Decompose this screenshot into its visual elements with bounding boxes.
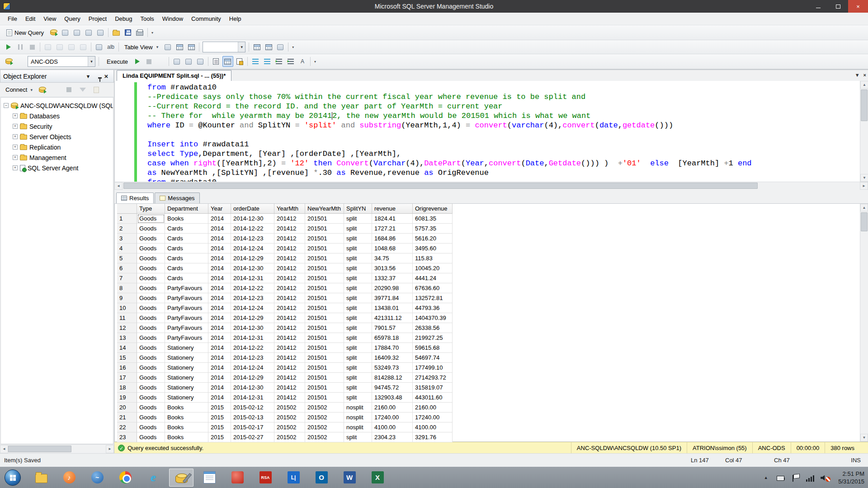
grid-cell[interactable]: Goods (137, 293, 165, 303)
grid-cell[interactable]: 2014-12-24 (231, 303, 274, 313)
code-line[interactable]: case when right([YearMth],2) = '12' then… (115, 159, 860, 168)
object-explorer-hscrollbar[interactable]: ◄ ► (0, 444, 114, 453)
grid-cell[interactable]: 2014 (208, 283, 231, 293)
grid-cell[interactable]: nosplit (344, 413, 372, 422)
grid-cell[interactable]: 2014 (208, 224, 231, 234)
grid-cell[interactable]: 2014 (208, 343, 231, 353)
row-header[interactable]: 22 (117, 422, 137, 432)
grid-cell[interactable]: 132572.81 (413, 293, 453, 303)
step-out-icon[interactable] (78, 42, 89, 52)
toolbar-overflow-icon[interactable]: ▾ (151, 32, 153, 34)
tree-expander-icon[interactable]: + (13, 155, 18, 160)
menu-file[interactable]: File (4, 14, 21, 24)
grid-cell[interactable]: 94745.72 (372, 383, 413, 393)
code-line[interactable]: --Predicate says only those 70% within t… (115, 92, 860, 102)
grid-cell[interactable]: Stationery (165, 363, 208, 373)
grid-cell[interactable]: 201412 (274, 393, 305, 403)
grid-cell[interactable]: 2014 (208, 273, 231, 283)
estimated-plan-icon[interactable] (171, 56, 182, 67)
grid-cell[interactable]: split (344, 343, 372, 353)
grid-cell[interactable]: 201501 (305, 363, 344, 373)
grid-cell[interactable]: 2160.00 (413, 403, 453, 413)
connect-button[interactable]: Connect ▾ (3, 85, 35, 94)
scrollbar-thumb[interactable] (861, 89, 868, 121)
grid-cell[interactable]: 201502 (305, 413, 344, 422)
grid-cell[interactable]: 1332.37 (372, 273, 413, 283)
grid-cell[interactable]: 201502 (305, 432, 344, 442)
grid-cell[interactable]: 2014-12-29 (231, 313, 274, 323)
grid-cell[interactable]: 2015 (208, 432, 231, 442)
grid-cell[interactable]: 201412 (274, 333, 305, 343)
row-header[interactable]: 4 (117, 244, 137, 253)
taskbar-excel[interactable]: X (365, 469, 390, 487)
grid-cell[interactable]: Goods (137, 273, 165, 283)
grid-cell[interactable]: 2014-12-31 (231, 393, 274, 403)
grid-cell[interactable]: 17240.00 (413, 413, 453, 422)
grid-cell[interactable]: 26338.56 (413, 323, 453, 333)
grid-cell[interactable]: PartyFavours (165, 283, 208, 293)
column-header[interactable]: Origrevenue (413, 204, 453, 214)
reports-icon[interactable] (91, 84, 102, 95)
maximize-button[interactable] (828, 0, 848, 13)
grid-cell[interactable]: 201412 (274, 353, 305, 363)
grid-cell[interactable]: 2014 (208, 393, 231, 403)
grid-cell[interactable]: Goods (137, 333, 165, 343)
grid-cell[interactable]: Goods (137, 353, 165, 363)
grid-cell[interactable]: 201502 (274, 422, 305, 432)
grid-cell[interactable]: 2014 (208, 253, 231, 263)
menu-community[interactable]: Community (187, 14, 225, 24)
grid-cell[interactable]: 201412 (274, 234, 305, 244)
grid-cell[interactable]: 2714293.72 (413, 373, 453, 383)
code-line[interactable]: where ID = @Kounter and SplitYN = 'split… (115, 121, 860, 130)
grid-cell[interactable]: Stationery (165, 383, 208, 393)
show-next-statement-icon[interactable] (42, 42, 53, 52)
column-header[interactable]: revenue (372, 204, 413, 214)
grid-cell[interactable]: 201501 (305, 244, 344, 253)
grid-cell[interactable]: 201501 (305, 253, 344, 263)
execute-button[interactable]: Execute (101, 56, 131, 67)
scroll-up-icon[interactable]: ▲ (860, 204, 868, 211)
grid-cell[interactable]: 67636.60 (413, 283, 453, 293)
grid-cell[interactable]: Books (165, 422, 208, 432)
grid-cell[interactable]: 201501 (305, 393, 344, 403)
grid-cell[interactable]: 2014-12-22 (231, 283, 274, 293)
start-button[interactable] (5, 469, 21, 486)
row-header[interactable]: 5 (117, 253, 137, 263)
grid-cell[interactable]: Goods (137, 214, 165, 224)
row-header[interactable]: 3 (117, 234, 137, 244)
grid-cell[interactable]: split (344, 432, 372, 442)
grid-cell[interactable]: nosplit (344, 422, 372, 432)
editor-vscrollbar[interactable]: ▲ ▼ (860, 81, 868, 182)
grid-cell[interactable]: 201412 (274, 214, 305, 224)
scroll-right-icon[interactable]: ► (106, 445, 114, 453)
grid-cell[interactable]: 2014 (208, 323, 231, 333)
code-line[interactable] (115, 130, 860, 140)
grid-cell[interactable]: Goods (137, 323, 165, 333)
grid-cell[interactable]: Goods (137, 383, 165, 393)
activity-monitor-icon[interactable] (95, 27, 106, 38)
code-line[interactable]: as NewYearMth ,[SplitYN] ,[revenue] *.30… (115, 168, 860, 178)
row-header[interactable]: 6 (117, 263, 137, 273)
grid-cell[interactable]: 5616.20 (413, 234, 453, 244)
close-panel-button[interactable]: × (102, 72, 111, 80)
open-file-icon[interactable] (111, 27, 122, 38)
code-text[interactable]: from #rawdata10--Predicate says only tho… (115, 81, 860, 182)
grid-cell[interactable]: 201412 (274, 343, 305, 353)
grid-cell[interactable]: 421311.12 (372, 313, 413, 323)
taskbar-outlook[interactable]: O (309, 469, 334, 487)
taskbar-clock[interactable]: 2:51 PM 5/31/2015 (838, 470, 864, 485)
database-engine-query-icon[interactable] (48, 27, 59, 38)
taskbar-word[interactable]: W (337, 469, 362, 487)
grid-cell[interactable]: Cards (165, 224, 208, 234)
results-pane-icon[interactable] (263, 42, 274, 52)
outdent-icon[interactable] (285, 56, 296, 67)
stop-icon[interactable] (64, 84, 75, 95)
scroll-down-icon[interactable]: ▼ (860, 434, 868, 441)
verify-sql-icon[interactable] (275, 42, 286, 52)
stop-debug-icon[interactable] (27, 42, 38, 52)
save-icon[interactable] (123, 27, 133, 38)
grid-cell[interactable]: split (344, 273, 372, 283)
sort-letters-icon[interactable]: A (297, 56, 308, 67)
grid-cell[interactable]: Goods (137, 413, 165, 422)
grid-cell[interactable]: 201501 (305, 283, 344, 293)
